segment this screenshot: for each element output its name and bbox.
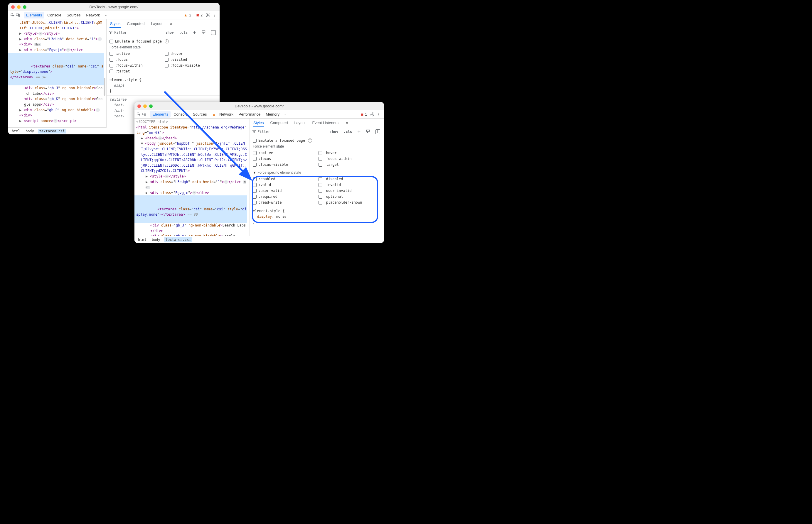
state-user-valid[interactable]: :user-valid [253,188,316,193]
hov-toggle[interactable]: :hov [164,30,175,35]
issues-badge[interactable]: ◙2 [194,12,205,18]
kebab-icon[interactable]: ⋮ [375,112,382,117]
more-tabs-icon[interactable]: » [103,12,108,18]
dom-node[interactable]: ▶ <div class="Fgvgjc">⋯</div> [10,47,104,53]
computed-toggle-icon[interactable] [210,30,217,35]
dom-node[interactable]: ▶ <div class="L3eUgb" data-hveid="1">⋯</… [10,36,104,47]
crumb-body[interactable]: body [25,129,35,133]
tab-network[interactable]: Network [84,12,102,18]
state-invalid[interactable]: :invalid [319,182,381,187]
dom-node[interactable]: ▼ <body jsmodel="hspDDf " jsaction="xjhT… [136,141,247,174]
inspect-icon[interactable] [10,13,15,18]
emulate-checkbox[interactable]: Emulate a focused page? [110,39,217,44]
minimize-icon[interactable] [143,104,147,108]
hov-toggle[interactable]: :hov [328,129,340,134]
tab-sources[interactable]: Sources [64,12,83,18]
flex-badge[interactable]: flex [34,43,42,46]
device-icon[interactable] [15,13,20,18]
tab-memory[interactable]: Memory [263,111,282,118]
emulate-checkbox[interactable]: Emulate a focused page? [253,138,381,143]
help-icon[interactable]: ? [308,138,312,143]
filter-input[interactable]: Filter [109,31,161,35]
state-focus[interactable]: :focus [253,156,316,161]
dom-node[interactable]: ▶ <div class="Fgvgjc">⋯</div> [136,190,247,196]
subtab-event-listeners[interactable]: Event Listeners [312,119,339,127]
dom-node[interactable]: <div class="gb_J" ng-non-bindable>Search… [136,223,247,233]
inspect-icon[interactable] [136,112,141,117]
crumb-body[interactable]: body [150,238,161,242]
dom-node[interactable]: ▶ <script nonce>⋯</script> [10,118,104,124]
ellipsis-icon[interactable]: ⋯ [192,191,196,195]
crumb-textarea[interactable]: textarea.csi [164,238,192,242]
maximize-icon[interactable] [23,5,27,9]
force-specific-label[interactable]: ▼Force specific element state [253,169,381,176]
computed-toggle-icon[interactable] [374,129,382,135]
element-style-rule[interactable]: element.style { display: none; } [250,207,384,227]
tab-elements[interactable]: Elements [24,12,44,18]
state-target[interactable]: :target [110,69,162,74]
dom-node[interactable]: ▶ <div class="L3eUgb" data-hveid="1">⋯</… [136,179,247,190]
subtab-styles[interactable]: Styles [253,119,264,127]
format-icon[interactable] [364,129,372,135]
tab-performance[interactable]: Performance [236,111,263,118]
state-disabled[interactable]: :disabled [319,176,381,182]
new-style-icon[interactable]: + [356,128,362,135]
state-optional[interactable]: :optional [319,194,381,199]
subtab-layout[interactable]: Layout [150,20,163,27]
ellipsis-icon[interactable]: ⋯ [66,48,70,52]
more-subtabs-icon[interactable]: » [344,120,350,126]
elements-panel[interactable]: <!DOCTYPE html> <html itemscope itemtype… [134,118,250,243]
state-focus-within[interactable]: :focus-within [110,63,162,68]
state-hover[interactable]: :hover [319,150,381,155]
cls-toggle[interactable]: .cls [178,30,189,35]
more-subtabs-icon[interactable]: » [168,20,174,27]
format-icon[interactable] [200,29,207,36]
warnings-badge[interactable]: ▲2 [181,12,194,18]
subtab-computed[interactable]: Computed [126,20,145,27]
ellipsis-icon[interactable]: ⋯ [158,136,162,140]
new-style-icon[interactable]: + [191,29,197,36]
state-focus[interactable]: :focus [110,57,162,62]
state-active[interactable]: :active [110,51,162,56]
issues-badge[interactable]: ◙1 [359,111,369,118]
state-valid[interactable]: :valid [253,182,316,187]
dom-node-selected[interactable]: ⋯ <textarea class="csi" name="csi" style… [134,195,247,223]
state-hover[interactable]: :hover [165,51,217,56]
tab-elements[interactable]: Elements [150,111,171,118]
help-icon[interactable]: ? [165,39,169,44]
minimize-icon[interactable] [17,5,20,9]
ellipsis-icon[interactable]: ⋯ [224,180,228,184]
state-focus-within[interactable]: :focus-within [319,156,381,161]
filter-input[interactable]: Filter [252,130,326,134]
gear-icon[interactable] [206,13,210,18]
dom-node[interactable]: <div class="gb_J" ng-non-bindable>Search… [10,85,104,96]
more-tabs-icon[interactable]: » [282,112,288,117]
state-active[interactable]: :active [253,150,316,155]
tab-sources[interactable]: Sources [191,111,209,118]
kebab-icon[interactable]: ⋮ [211,12,218,18]
close-icon[interactable] [11,5,15,9]
crumb-html[interactable]: html [137,238,148,242]
dom-node[interactable]: ▶ <head>⋯</head> [136,135,247,141]
dom-node[interactable]: ▶ <style>⋯</style> [136,174,247,179]
crumb-html[interactable]: html [11,129,21,133]
ellipsis-icon[interactable]: ⋯ [38,32,43,35]
ellipsis-icon[interactable]: ⋯ [165,175,169,178]
subtab-styles[interactable]: Styles [110,20,121,28]
ellipsis-icon[interactable]: ⋯ [98,37,102,41]
dom-node[interactable]: <!DOCTYPE html> [136,119,247,125]
state-placeholder-shown[interactable]: :placeholder-shown [319,200,381,205]
maximize-icon[interactable] [149,104,153,108]
tab-console[interactable]: Console [45,12,64,18]
dom-node[interactable]: ▶ <div class="gb_P" ng-non-bindable>⋯</d… [10,108,104,118]
dom-node[interactable]: <html itemscope itemtype="http://schema.… [136,125,247,135]
state-focus-visible[interactable]: :focus-visible [165,63,217,68]
ellipsis-icon[interactable]: ⋯ [53,119,58,122]
crumb-textarea[interactable]: textarea.csi [38,129,66,133]
state-target[interactable]: :target [319,162,381,167]
tab-console[interactable]: Console [171,111,190,118]
ellipsis-icon[interactable]: ⋯ [96,108,100,112]
state-required[interactable]: :required [253,194,316,199]
state-user-invalid[interactable]: :user-invalid [319,188,381,193]
element-style-rule[interactable]: element.style { displ } [107,76,220,96]
